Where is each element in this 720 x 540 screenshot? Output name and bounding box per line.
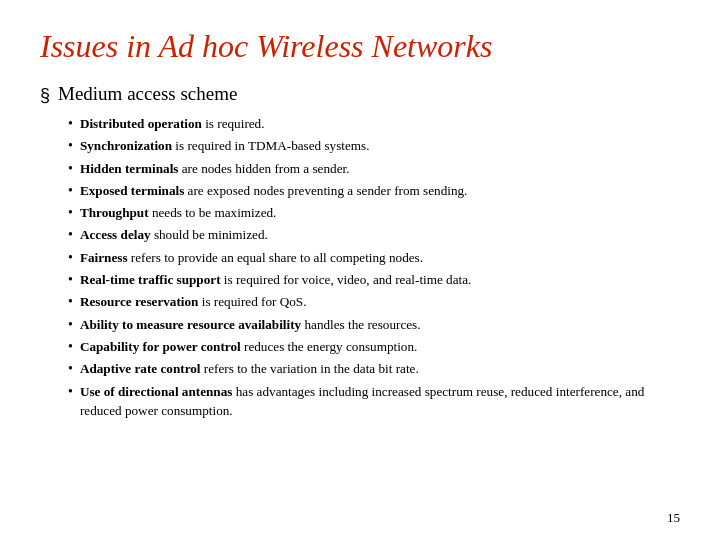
bullet-bold: Distributed operation	[80, 116, 202, 131]
bullet-text: Capability for power control reduces the…	[80, 337, 680, 356]
bullet-bold: Use of directional antennas	[80, 384, 233, 399]
bullet-text: Throughput needs to be maximized.	[80, 203, 680, 222]
list-item: Ability to measure resource availability…	[68, 315, 680, 335]
bullet-bold: Capability for power control	[80, 339, 241, 354]
bullet-bold: Adaptive rate control	[80, 361, 201, 376]
list-item: Real-time traffic support is required fo…	[68, 270, 680, 290]
bullet-text: Access delay should be minimized.	[80, 225, 680, 244]
list-item: Distributed operation is required.	[68, 114, 680, 134]
bullet-bold: Throughput	[80, 205, 149, 220]
bullet-bold: Resource reservation	[80, 294, 199, 309]
list-item: Resource reservation is required for QoS…	[68, 292, 680, 312]
list-item: Capability for power control reduces the…	[68, 337, 680, 357]
bullet-bold: Synchronization	[80, 138, 172, 153]
bullet-bold: Real-time traffic support	[80, 272, 221, 287]
bullet-bold: Exposed terminals	[80, 183, 184, 198]
list-item: Fairness refers to provide an equal shar…	[68, 248, 680, 268]
list-item: Synchronization is required in TDMA-base…	[68, 136, 680, 156]
section-title: Medium access scheme	[58, 83, 237, 105]
bullet-text: Hidden terminals are nodes hidden from a…	[80, 159, 680, 178]
bullet-text: Real-time traffic support is required fo…	[80, 270, 680, 289]
bullet-list: Distributed operation is required.Synchr…	[40, 114, 680, 420]
bullet-text: Distributed operation is required.	[80, 114, 680, 133]
list-item: Throughput needs to be maximized.	[68, 203, 680, 223]
list-item: Use of directional antennas has advantag…	[68, 382, 680, 420]
bullet-text: Fairness refers to provide an equal shar…	[80, 248, 680, 267]
bullet-bold: Ability to measure resource availability	[80, 317, 301, 332]
bullet-text: Resource reservation is required for QoS…	[80, 292, 680, 311]
section-bullet-icon: §	[40, 85, 50, 106]
list-item: Access delay should be minimized.	[68, 225, 680, 245]
list-item: Adaptive rate control refers to the vari…	[68, 359, 680, 379]
list-item: Exposed terminals are exposed nodes prev…	[68, 181, 680, 201]
bullet-text: Use of directional antennas has advantag…	[80, 382, 680, 420]
list-item: Hidden terminals are nodes hidden from a…	[68, 159, 680, 179]
bullet-text: Exposed terminals are exposed nodes prev…	[80, 181, 680, 200]
bullet-text: Synchronization is required in TDMA-base…	[80, 136, 680, 155]
slide: Issues in Ad hoc Wireless Networks § Med…	[0, 0, 720, 540]
bullet-bold: Hidden terminals	[80, 161, 179, 176]
page-number: 15	[667, 510, 680, 526]
bullet-text: Adaptive rate control refers to the vari…	[80, 359, 680, 378]
bullet-text: Ability to measure resource availability…	[80, 315, 680, 334]
section-header: § Medium access scheme	[40, 83, 680, 106]
bullet-bold: Access delay	[80, 227, 151, 242]
bullet-bold: Fairness	[80, 250, 128, 265]
slide-title: Issues in Ad hoc Wireless Networks	[40, 28, 680, 65]
